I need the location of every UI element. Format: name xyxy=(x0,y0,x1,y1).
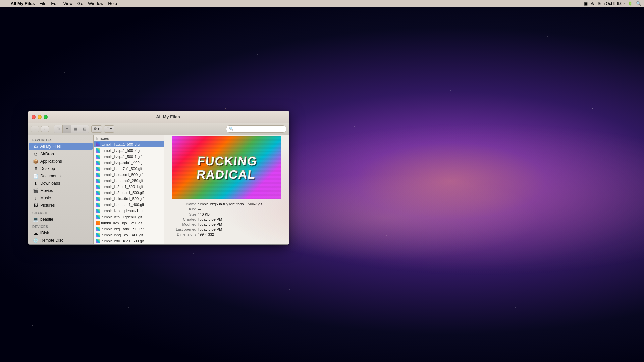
file-thumb-0 xyxy=(96,142,100,147)
info-row-last-opened: Last opened Today 6:09 PM xyxy=(169,227,284,231)
file-item-8[interactable]: tumblr_lsi2...eso1_500.gif xyxy=(94,190,164,196)
menubar:  All My Files File Edit View Go Window … xyxy=(0,0,644,7)
file-item-11[interactable]: tumblr_lstb...qdenuu-1.gif xyxy=(94,208,164,214)
arrange-button[interactable]: ⊟ ▾ xyxy=(104,125,114,133)
info-row-modified: Modified Today 6:09 PM xyxy=(169,222,284,226)
info-row-size: Size 440 KB xyxy=(169,212,284,216)
size-label: Size xyxy=(169,212,196,216)
menubar-edit[interactable]: Edit xyxy=(51,1,58,6)
file-item-10[interactable]: tumblr_lsrk...soo1_400.gif xyxy=(94,202,164,208)
airdrop-icon: ◎ xyxy=(33,151,38,157)
file-item-5[interactable]: tumblr_lstls...so1_500.gif xyxy=(94,172,164,178)
file-item-14[interactable]: tumblr_lrzq...ado1_500.gif xyxy=(94,226,164,232)
file-list: Images tumblr_lrzq...1_500-3.gif tumblr_… xyxy=(94,135,164,244)
file-thumb-4 xyxy=(96,166,100,171)
column-view-button[interactable]: ▦ xyxy=(71,125,80,133)
sidebar-item-all-my-files[interactable]: 🗂 All My Files xyxy=(29,143,93,150)
preview-pane: Name tumblr_lrzq53a3Ey1qb5fado1_500-3.gi… xyxy=(164,135,289,244)
titlebar: All My Files xyxy=(28,111,289,123)
file-name-9: tumblr_lsclc...9o1_500.gif xyxy=(102,197,144,201)
file-item-1[interactable]: tumblr_lrzq...1_500-2.gif xyxy=(94,147,164,154)
file-thumb-11 xyxy=(96,208,100,213)
name-value: tumblr_lrzq53a3Ey1qb5fado1_500-3.gif xyxy=(198,202,284,206)
file-item-7[interactable]: tumblr_lsi2...o1_500-1.gif xyxy=(94,184,164,190)
cover-flow-button[interactable]: ▤ xyxy=(80,125,89,133)
file-item-15[interactable]: tumblr_lnnq...ko1_400.gif xyxy=(94,232,164,238)
preview-image xyxy=(172,136,281,199)
toolbar: ‹ › ⊞ ≡ ▦ ▤ ⚙ ▾ ⊟ ▾ 🔍 xyxy=(28,123,289,135)
remote-disc-icon: 💿 xyxy=(33,238,38,243)
maximize-button[interactable] xyxy=(44,115,48,119)
movies-icon: 🎬 xyxy=(33,188,38,193)
menubar-window[interactable]: Window xyxy=(88,1,103,6)
file-item-12[interactable]: tumblr_lstb...1qdenuu.gif xyxy=(94,214,164,220)
file-thumb-2 xyxy=(96,154,100,159)
downloads-icon: ⬇ xyxy=(33,181,38,186)
search-input[interactable] xyxy=(234,127,283,131)
file-item-0[interactable]: tumblr_lrzq...1_500-3.gif xyxy=(94,141,164,147)
sidebar-label-remote-disc: Remote Disc xyxy=(40,238,63,243)
file-item-6[interactable]: tumblr_lsrla...no2_250.gif xyxy=(94,178,164,184)
sidebar-item-remote-disc[interactable]: 💿 Remote Disc xyxy=(29,237,93,244)
sidebar-item-pictures[interactable]: 🖼 Pictures xyxy=(29,202,93,209)
sidebar-item-applications[interactable]: 📦 Applications xyxy=(29,158,93,165)
file-thumb-16 xyxy=(96,239,100,243)
file-name-14: tumblr_lrzq...ado1_500.gif xyxy=(102,227,144,231)
last-opened-label: Last opened xyxy=(169,227,196,231)
menubar-file[interactable]: File xyxy=(39,1,46,6)
menubar-wifi-icon: ⊛ xyxy=(591,1,594,6)
file-thumb-13 xyxy=(96,221,100,225)
icon-view-button[interactable]: ⊞ xyxy=(54,125,63,133)
sidebar-item-downloads[interactable]: ⬇ Downloads xyxy=(29,180,93,187)
info-row-kind: Kind — xyxy=(169,207,284,211)
apple-menu[interactable]:  xyxy=(3,1,5,7)
close-button[interactable] xyxy=(32,115,36,119)
sidebar-item-music[interactable]: ♪ Music xyxy=(29,194,93,202)
sidebar-item-movies[interactable]: 🎬 Movies xyxy=(29,187,93,194)
file-thumb-5 xyxy=(96,172,100,177)
sidebar-item-airdrop[interactable]: ◎ AirDrop xyxy=(29,150,93,158)
menubar-view[interactable]: View xyxy=(63,1,73,6)
file-item-2[interactable]: tumblr_lrzq...1_500-1.gif xyxy=(94,154,164,160)
action-button[interactable]: ⚙ ▾ xyxy=(91,125,102,133)
content-area: FAVORITES 🗂 All My Files ◎ AirDrop 📦 App… xyxy=(28,135,289,244)
last-opened-value: Today 6:09 PM xyxy=(198,227,284,231)
menubar-finder[interactable]: All My Files xyxy=(11,1,35,6)
all-my-files-icon: 🗂 xyxy=(33,144,38,149)
file-item-13[interactable]: tumblr_lrox...kjo1_250.gif xyxy=(94,220,164,226)
arrange-dropdown-arrow: ▾ xyxy=(110,127,112,131)
file-item-16[interactable]: tumblr_lr80...r8o1_500.gif xyxy=(94,238,164,244)
sidebar-item-idisk[interactable]: ☁ iDisk xyxy=(29,229,93,237)
menubar-go[interactable]: Go xyxy=(77,1,83,6)
search-box[interactable]: 🔍 xyxy=(226,125,286,133)
created-label: Created xyxy=(169,217,196,221)
menubar-search-icon[interactable]: 🔍 xyxy=(636,1,641,6)
window-title: All My Files xyxy=(50,114,286,119)
file-name-10: tumblr_lsrk...soo1_400.gif xyxy=(102,203,144,207)
info-row-dimensions: Dimensions 499 × 332 xyxy=(169,232,284,236)
menubar-help[interactable]: Help xyxy=(108,1,117,6)
sidebar-item-screenflow[interactable]: 📀 ScreenFlow 3.0.1 xyxy=(29,244,93,244)
applications-icon: 📦 xyxy=(33,159,38,164)
action-dropdown-arrow: ▾ xyxy=(98,127,100,131)
list-view-button[interactable]: ≡ xyxy=(63,125,71,133)
file-item-17[interactable]: tumblr_lpw...1qeqnjo 2.gif xyxy=(94,244,164,244)
back-button[interactable]: ‹ xyxy=(31,126,39,132)
info-row-name: Name tumblr_lrzq53a3Ey1qb5fado1_500-3.gi… xyxy=(169,202,284,206)
file-thumb-1 xyxy=(96,148,100,153)
file-item-9[interactable]: tumblr_lsclc...9o1_500.gif xyxy=(94,196,164,202)
sidebar-item-desktop[interactable]: 🖥 Desktop xyxy=(29,165,93,172)
file-thumb-10 xyxy=(96,202,100,207)
name-label: Name xyxy=(169,202,196,206)
sidebar-item-beastie[interactable]: 💻 beastie xyxy=(29,216,93,223)
forward-button[interactable]: › xyxy=(41,126,49,132)
minimize-button[interactable] xyxy=(38,115,42,119)
file-item-4[interactable]: tumblr_lstri...7o1_500.gif xyxy=(94,166,164,172)
search-icon: 🔍 xyxy=(229,127,234,131)
file-thumb-12 xyxy=(96,215,100,219)
file-item-3[interactable]: tumblr_lrzq...ado1_400.gif xyxy=(94,160,164,166)
sidebar-label-beastie: beastie xyxy=(40,217,53,222)
music-icon: ♪ xyxy=(33,195,38,201)
sidebar-label-applications: Applications xyxy=(40,159,62,164)
sidebar-item-documents[interactable]: 📄 Documents xyxy=(29,172,93,180)
